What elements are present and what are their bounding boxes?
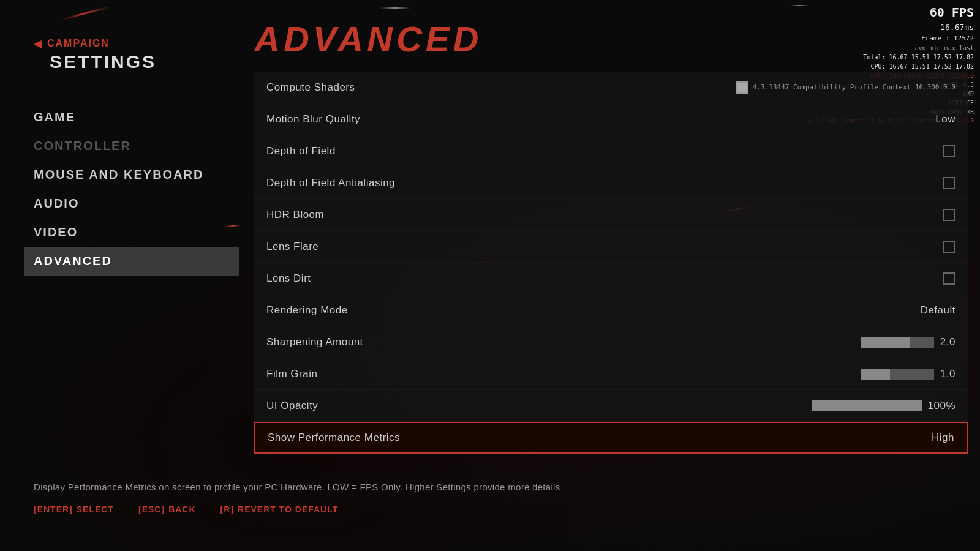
control-esc-key: [ESC] bbox=[138, 504, 165, 514]
bottom-bar: Display Performance Metrics on screen to… bbox=[34, 482, 968, 514]
checkbox-lens-dirt[interactable] bbox=[943, 272, 956, 285]
opacity-slider-fill bbox=[812, 400, 922, 411]
sidebar-item-video[interactable]: VIDEO bbox=[34, 218, 239, 247]
sidebar-item-mouse[interactable]: MOUSE AND KEYBOARD bbox=[34, 160, 239, 189]
campaign-label: CAMPAIGN bbox=[47, 38, 110, 49]
setting-row-performance-metrics[interactable]: Show Performance Metrics High bbox=[254, 422, 968, 454]
compute-value-area: 4.3.13447 Compatibility Profile Context … bbox=[736, 81, 956, 94]
setting-row-hdr-bloom[interactable]: HDR Bloom bbox=[254, 199, 968, 231]
settings-list: Compute Shaders 4.3.13447 Compatibility … bbox=[254, 72, 968, 454]
setting-name-depth-of-field: Depth of Field bbox=[266, 145, 336, 157]
sidebar-item-advanced-label: ADVANCED bbox=[34, 254, 112, 268]
sidebar-item-mouse-label: MOUSE AND KEYBOARD bbox=[34, 168, 204, 181]
compute-context-text: 4.3.13447 Compatibility Profile Context … bbox=[753, 83, 956, 91]
sidebar-item-advanced[interactable]: ADVANCED bbox=[24, 247, 239, 276]
filmgrain-slider-container: 1.0 bbox=[861, 368, 956, 380]
filmgrain-slider-track[interactable] bbox=[861, 369, 934, 380]
campaign-back-button[interactable]: ◀ CAMPAIGN bbox=[34, 37, 239, 50]
sidebar-item-game[interactable]: GAME bbox=[34, 103, 239, 132]
control-revert: [R] REVERT TO DEFAULT bbox=[221, 504, 339, 514]
checkbox-lens-flare[interactable] bbox=[943, 241, 956, 253]
controls-bar: [ENTER] SELECT [ESC] BACK [R] REVERT TO … bbox=[34, 504, 968, 514]
setting-name-lens-dirt: Lens Dirt bbox=[266, 272, 311, 285]
setting-name-hdr-bloom: HDR Bloom bbox=[266, 209, 324, 221]
control-esc-label: BACK bbox=[168, 504, 195, 514]
setting-name-compute-shaders: Compute Shaders bbox=[266, 81, 355, 94]
setting-row-dof-antialiasing[interactable]: Depth of Field Antialiasing bbox=[254, 167, 968, 199]
filmgrain-slider-fill bbox=[861, 369, 890, 380]
setting-row-lens-flare[interactable]: Lens Flare bbox=[254, 231, 968, 263]
setting-name-sharpening: Sharpening Amount bbox=[266, 336, 363, 348]
control-enter-key: [ENTER] bbox=[34, 504, 73, 514]
control-revert-label: REVERT TO DEFAULT bbox=[238, 504, 338, 514]
setting-row-motion-blur[interactable]: Motion Blur Quality Low bbox=[254, 103, 968, 135]
setting-name-lens-flare: Lens Flare bbox=[266, 241, 318, 253]
description-text: Display Performance Metrics on screen to… bbox=[34, 482, 968, 492]
sidebar-item-video-label: VIDEO bbox=[34, 225, 78, 239]
setting-value-rendering-mode: Default bbox=[921, 304, 956, 317]
setting-value-ui-opacity: 100% bbox=[928, 400, 956, 412]
main-content: ADVANCED Compute Shaders 4.3.13447 Compa… bbox=[242, 0, 980, 551]
control-revert-key: [R] bbox=[221, 504, 234, 514]
setting-row-rendering-mode[interactable]: Rendering Mode Default bbox=[254, 294, 968, 326]
control-enter: [ENTER] SELECT bbox=[34, 504, 114, 514]
sidebar-item-controller-label: CONTROLLER bbox=[34, 139, 131, 152]
sharpening-slider-fill bbox=[861, 337, 911, 348]
setting-value-motion-blur: Low bbox=[935, 113, 956, 126]
setting-name-motion-blur: Motion Blur Quality bbox=[266, 113, 360, 126]
sidebar: ◀ CAMPAIGN SETTINGS GAME CONTROLLER MOUS… bbox=[0, 0, 239, 551]
setting-row-ui-opacity[interactable]: UI Opacity 100% bbox=[254, 390, 968, 422]
sidebar-item-controller[interactable]: CONTROLLER bbox=[34, 132, 239, 160]
opacity-slider-track[interactable] bbox=[812, 400, 922, 411]
control-enter-label: SELECT bbox=[77, 504, 114, 514]
sharpening-slider-container: 2.0 bbox=[861, 336, 956, 348]
opacity-slider-container: 100% bbox=[812, 400, 956, 412]
setting-name-film-grain: Film Grain bbox=[266, 368, 317, 380]
setting-row-film-grain[interactable]: Film Grain 1.0 bbox=[254, 358, 968, 390]
setting-value-sharpening: 2.0 bbox=[940, 336, 956, 348]
sharpening-slider-track[interactable] bbox=[861, 337, 934, 348]
setting-row-depth-of-field[interactable]: Depth of Field bbox=[254, 135, 968, 167]
control-esc: [ESC] BACK bbox=[138, 504, 196, 514]
sidebar-item-audio-label: AUDIO bbox=[34, 197, 79, 210]
setting-name-rendering-mode: Rendering Mode bbox=[266, 304, 348, 317]
setting-row-lens-dirt[interactable]: Lens Dirt bbox=[254, 263, 968, 294]
back-arrow-icon: ◀ bbox=[34, 37, 42, 50]
settings-label: SETTINGS bbox=[50, 51, 239, 72]
setting-row-sharpening[interactable]: Sharpening Amount 2.0 bbox=[254, 326, 968, 358]
compute-checkbox[interactable] bbox=[736, 81, 748, 94]
setting-name-performance-metrics: Show Performance Metrics bbox=[268, 432, 400, 444]
setting-name-ui-opacity: UI Opacity bbox=[266, 400, 318, 412]
setting-row-compute-shaders[interactable]: Compute Shaders 4.3.13447 Compatibility … bbox=[254, 72, 968, 103]
checkbox-dof-antialiasing[interactable] bbox=[943, 177, 956, 189]
sidebar-item-game-label: GAME bbox=[34, 110, 75, 124]
sidebar-item-audio[interactable]: AUDIO bbox=[34, 189, 239, 218]
page-title: ADVANCED bbox=[242, 0, 980, 72]
setting-value-performance-metrics: High bbox=[932, 432, 954, 444]
setting-value-film-grain: 1.0 bbox=[940, 368, 956, 380]
setting-name-dof-antialiasing: Depth of Field Antialiasing bbox=[266, 177, 395, 189]
checkbox-hdr-bloom[interactable] bbox=[943, 209, 956, 221]
checkbox-depth-of-field[interactable] bbox=[943, 145, 956, 157]
